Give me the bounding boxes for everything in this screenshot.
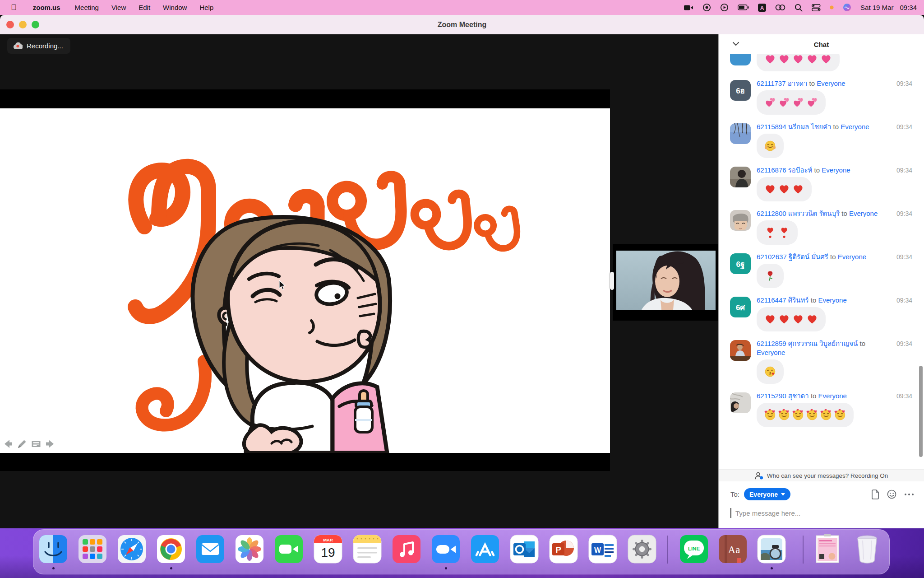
menu-zoomus[interactable]: zoom.us: [33, 4, 60, 11]
dock-notes[interactable]: [353, 534, 382, 563]
notes-icon[interactable]: [31, 438, 42, 449]
window-title-bar: Zoom Meeting: [0, 15, 924, 34]
chat-title: Chat: [814, 41, 829, 48]
dock-photos[interactable]: [235, 534, 264, 563]
thumbnail-collapse-handle[interactable]: [610, 272, 614, 290]
prev-slide-icon[interactable]: [3, 438, 14, 449]
file-icon[interactable]: [871, 489, 879, 499]
dock-settings[interactable]: [628, 534, 656, 563]
heart-exclamation-emoji: [764, 227, 776, 238]
chevron-down-icon: [781, 493, 785, 496]
control-center-icon[interactable]: [812, 4, 821, 11]
message-sender-link[interactable]: 62111737 อารดา: [757, 79, 807, 87]
chat-privacy-notice[interactable]: Who can see your messages? Recording On: [719, 469, 924, 481]
chat-scrollbar[interactable]: [919, 366, 923, 457]
next-slide-icon[interactable]: [45, 438, 55, 449]
recipient-selector[interactable]: Everyone: [744, 488, 790, 500]
status-icons: A: [684, 3, 851, 12]
dock-safari[interactable]: [117, 534, 146, 563]
dock-pink-document[interactable]: [816, 534, 845, 563]
dock-finder[interactable]: [39, 534, 68, 563]
battery-icon[interactable]: [738, 5, 749, 10]
message-recipient-link[interactable]: Everyone: [849, 210, 878, 217]
dock-trash[interactable]: [854, 534, 882, 563]
more-icon[interactable]: [904, 493, 914, 496]
sticker-image: [0, 108, 610, 453]
continuity-icon[interactable]: [775, 4, 785, 11]
avatar: 6ศ: [730, 297, 751, 317]
dock-powerpoint[interactable]: P: [549, 534, 578, 563]
menu-edit[interactable]: Edit: [139, 4, 150, 11]
input-source-icon[interactable]: A: [758, 4, 766, 12]
dock-calendar[interactable]: MAR19: [314, 534, 342, 563]
dock-launchpad[interactable]: [78, 534, 107, 563]
message-to-word: to: [830, 253, 836, 261]
chat-message: 6ศ09:3462116447 ศิรินทร์ to Everyone: [730, 297, 924, 331]
dock-dictionary[interactable]: Aa: [718, 534, 747, 563]
dock-chrome[interactable]: [157, 534, 185, 563]
red-heart-emoji: [764, 313, 776, 325]
message-recipient-link[interactable]: Everyone: [817, 79, 845, 87]
dock-facetime[interactable]: [274, 534, 303, 563]
chat-message: 09:3462112859 ศุกรวรรณ วิบูลย์กาญจน์ to …: [730, 340, 924, 384]
menu-window[interactable]: Window: [163, 4, 187, 11]
chat-message-list[interactable]: 6อ09:3462111737 อารดา to Everyone09:3462…: [719, 54, 924, 469]
smiling-hearts-emoji: [806, 409, 818, 421]
message-sender-link[interactable]: 62116876 รอบีอะห์: [757, 166, 812, 174]
close-button[interactable]: [6, 21, 14, 28]
chevron-down-icon[interactable]: [732, 42, 739, 46]
recording-indicator[interactable]: Recording...: [7, 38, 70, 54]
dock-music[interactable]: [392, 534, 421, 563]
message-recipient-link[interactable]: Everyone: [818, 392, 847, 400]
message-sender-link[interactable]: 62115290 สุชาดา: [757, 392, 809, 400]
message-recipient-link[interactable]: Everyone: [822, 166, 850, 174]
avatar: [730, 210, 751, 231]
message-input[interactable]: Type message here...: [730, 508, 914, 518]
message-sender-link[interactable]: 62112800 แพรววนิต รัตนบุรี: [757, 210, 840, 217]
message-sender-link[interactable]: 62112859 ศุกรวรรณ วิบูลย์กาญจน์: [757, 340, 858, 347]
participant-video[interactable]: [616, 251, 716, 310]
message-recipient-link[interactable]: Everyone: [818, 296, 846, 304]
minimize-button[interactable]: [19, 21, 27, 28]
dock-outlook[interactable]: [510, 534, 539, 563]
annotate-pencil-icon[interactable]: [17, 438, 28, 449]
red-heart-emoji: [764, 183, 776, 195]
notification-dot[interactable]: [830, 5, 834, 9]
dock-appstore[interactable]: [471, 534, 499, 563]
message-recipient-link[interactable]: Everyone: [838, 253, 866, 261]
svg-text:LINE: LINE: [688, 546, 700, 551]
apple-icon[interactable]: : [11, 3, 17, 12]
message-sender-link[interactable]: 62115894 นรีกมล ไชยคำ: [757, 123, 831, 131]
menu-help[interactable]: Help: [199, 4, 213, 11]
play-circle-icon[interactable]: [720, 3, 729, 12]
message-recipient-link[interactable]: Everyone: [841, 123, 869, 131]
dock-line[interactable]: LINE: [679, 534, 708, 563]
menu-date: Sat 19 Mar: [860, 4, 893, 11]
svg-text:MAR: MAR: [323, 537, 333, 542]
fullscreen-button[interactable]: [32, 21, 39, 28]
dock-preview[interactable]: [757, 534, 786, 563]
text-caret: [730, 508, 731, 518]
menu-meeting[interactable]: Meeting: [75, 4, 99, 11]
video-camera-icon[interactable]: [684, 4, 693, 12]
dock-mail[interactable]: [196, 534, 225, 563]
avatar: [730, 167, 751, 187]
dock-word[interactable]: W: [588, 534, 617, 563]
red-heart-emoji: [806, 313, 818, 325]
message-bubble: [757, 134, 784, 158]
dock-zoom[interactable]: [431, 534, 460, 563]
message-sender-link[interactable]: 62102637 ฐิติรัตน์ มั่นศรี: [757, 253, 828, 261]
message-recipient-link[interactable]: Everyone: [757, 349, 785, 356]
menu-clock[interactable]: Sat 19 Mar09:34: [860, 4, 917, 11]
message-sender-link[interactable]: 62116447 ศิรินทร์: [757, 296, 809, 304]
video-thumbnail-panel[interactable]: [613, 244, 718, 321]
hugging-face-emoji: [764, 140, 776, 152]
menu-view[interactable]: View: [111, 4, 126, 11]
screen-record-icon[interactable]: [702, 3, 711, 12]
spotlight-icon[interactable]: [795, 4, 803, 12]
message-bubble: [757, 307, 826, 331]
siri-icon[interactable]: [843, 3, 851, 12]
message-header: 62102637 ฐิติรัตน์ มั่นศรี to Everyone: [757, 252, 912, 261]
emoji-icon[interactable]: [887, 489, 896, 499]
two-hearts-emoji: [806, 97, 818, 108]
